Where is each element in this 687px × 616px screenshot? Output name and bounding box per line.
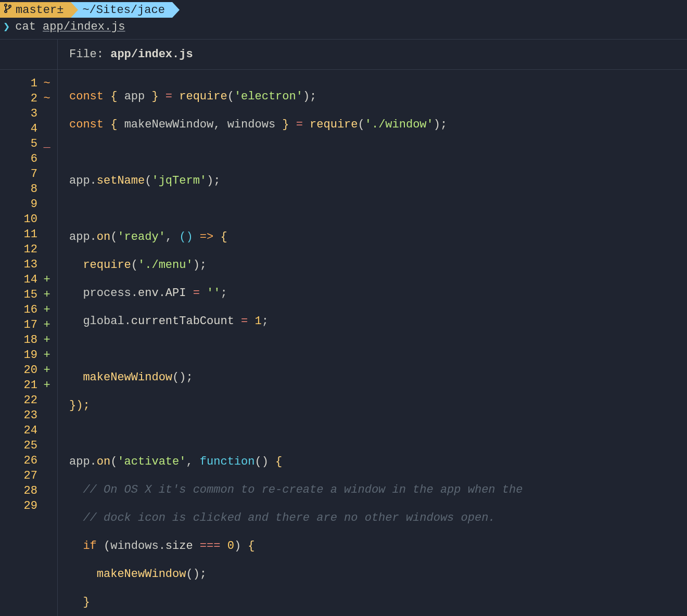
- gutter-line: 29: [0, 498, 57, 514]
- gutter-line: 23: [0, 408, 57, 423]
- code-line: process.env.API = '';: [69, 286, 687, 301]
- gutter-line: 22: [0, 393, 57, 408]
- code-line: app.setName('jqTerm');: [69, 173, 687, 188]
- gutter-line: 2~: [0, 91, 57, 106]
- git-branch-segment: master±: [0, 2, 71, 18]
- gutter-line: 11: [0, 227, 57, 242]
- gutter-line: 9: [0, 197, 57, 212]
- code-line: const { makeNewWindow, windows } = requi…: [69, 117, 687, 132]
- gutter-line: 19+: [0, 348, 57, 363]
- code-line: [69, 201, 687, 216]
- code-line: [69, 145, 687, 160]
- gutter-line: 16+: [0, 302, 57, 317]
- code-line: [69, 342, 687, 357]
- code-line: }: [69, 595, 687, 610]
- gutter-line: 14+: [0, 272, 57, 287]
- gutter-line: 13: [0, 257, 57, 272]
- command-argument: app/index.js: [43, 20, 125, 33]
- gutter-line: 7: [0, 166, 57, 182]
- code-line: if (windows.size === 0) {: [69, 538, 687, 554]
- gutter-line: 10: [0, 212, 57, 227]
- gutter-line: 3: [0, 106, 57, 121]
- code-line: global.currentTabCount = 1;: [69, 314, 687, 329]
- gutter-line: 4: [0, 121, 57, 136]
- gutter-line: 28: [0, 483, 57, 498]
- code-line: // dock icon is clicked and there are no…: [69, 510, 687, 525]
- code-line: app.on('ready', () => {: [69, 229, 687, 245]
- gutter-line: 20+: [0, 363, 57, 378]
- cwd-segment: ~/Sites/jace: [71, 2, 172, 18]
- gutter-line: 18+: [0, 332, 57, 348]
- gutter-line: 25: [0, 438, 57, 453]
- code-line: });: [69, 398, 687, 413]
- svg-point-1: [5, 10, 7, 12]
- code-line: makeNewWindow();: [69, 567, 687, 582]
- gutter-line: 21+: [0, 378, 57, 393]
- code-viewer[interactable]: 1~2~345_67891011121314+15+16+17+18+19+20…: [0, 70, 687, 616]
- prompt-chevron-icon: ❯: [3, 20, 10, 34]
- code-line: const { app } = require('electron');: [69, 89, 687, 104]
- gutter-line: 8: [0, 182, 57, 197]
- shell-command: cat app/index.js: [15, 20, 125, 33]
- gutter-line: 5_: [0, 136, 57, 151]
- gutter-line: 12: [0, 242, 57, 257]
- command-name: cat: [15, 20, 36, 33]
- gutter-line: 27: [0, 468, 57, 483]
- file-name: app/index.js: [110, 48, 193, 61]
- code-line: app.on('activate', function() {: [69, 454, 687, 469]
- code-line: [69, 426, 687, 441]
- line-number-gutter: 1~2~345_67891011121314+15+16+17+18+19+20…: [0, 70, 58, 616]
- svg-point-2: [9, 5, 11, 7]
- gutter-line: 26: [0, 453, 57, 468]
- gutter-line: 24: [0, 423, 57, 438]
- cwd-path: ~/Sites/jace: [82, 4, 164, 17]
- gutter-line: 15+: [0, 287, 57, 302]
- shell-prompt[interactable]: ❯ cat app/index.js: [0, 18, 687, 39]
- code-content: const { app } = require('electron'); con…: [58, 70, 687, 616]
- gutter-line: 17+: [0, 317, 57, 332]
- gutter-line: 1~: [0, 76, 57, 91]
- file-label: File:: [69, 48, 104, 61]
- svg-point-0: [5, 4, 7, 6]
- git-branch-icon: [4, 4, 11, 17]
- file-header: File: app/index.js: [0, 39, 687, 70]
- code-line: require('./menu');: [69, 258, 687, 273]
- git-branch-name: master±: [16, 4, 63, 17]
- prompt-segments: master± ~/Sites/jace: [0, 0, 687, 18]
- code-line: // On OS X it's common to re-create a wi…: [69, 482, 687, 497]
- code-line: makeNewWindow();: [69, 370, 687, 385]
- gutter-line: 6: [0, 151, 57, 166]
